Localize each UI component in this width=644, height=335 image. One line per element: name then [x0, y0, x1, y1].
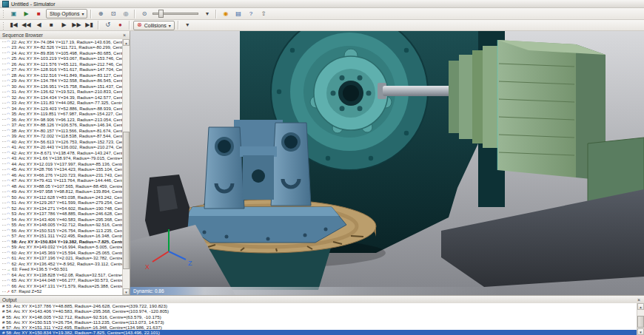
sequence-item[interactable]: ◠36: Arc XY X=-98.906 Y=96.123, Radius=-…: [0, 117, 122, 123]
fit-view-button[interactable]: ◎: [120, 9, 131, 18]
sequence-item-text: 64: Arc XY X=138.828 Y=62.08, Radius=32.…: [11, 273, 123, 277]
sequence-item[interactable]: ◠26: Arc XY X=-121.576 Y=65.121, Radius=…: [0, 61, 122, 67]
sequence-item[interactable]: ◠28: Arc XY X=-132.516 Y=41.849, Radius=…: [0, 72, 122, 78]
zoom-window-button[interactable]: ⊡: [107, 9, 118, 18]
sequence-item[interactable]: ◠58: Arc XY X=150.834 Y=19.382, Radius=-…: [0, 239, 122, 245]
sequence-item[interactable]: ◠30: Arc XY X=-136.951 Y=15.758, Radius=…: [0, 84, 122, 89]
scroll-up-icon[interactable]: ▲: [637, 303, 644, 310]
save-image-button[interactable]: ▤: [232, 9, 244, 18]
sequence-item[interactable]: ◠25: Arc XY X=-103.219 Y=93.067, Radius=…: [0, 56, 122, 62]
step-back-button[interactable]: ◀: [33, 21, 44, 30]
sequence-item[interactable]: ◠27: Arc XY X=-128.916 Y=51.617, Radius=…: [0, 67, 122, 73]
zoom-in-button[interactable]: ⊕: [95, 9, 106, 18]
sequence-item[interactable]: ◠33: Arc XY X=-131.83 Y=44.082, Radius=-…: [0, 101, 122, 106]
sequence-item-text: 36: Arc XY X=-98.906 Y=96.123, Radius=-2…: [11, 118, 123, 122]
sequence-item[interactable]: ◠53: Arc XY X=137.786 Y=48.885, Radius=-…: [0, 212, 122, 217]
skip-to-start-button[interactable]: ▮◀: [8, 21, 19, 30]
sequence-item[interactable]: ◠32: Arc XY X=-134.434 Y=34.39, Radius=-…: [0, 95, 122, 101]
sequence-item[interactable]: ◠56: Arc XY X=150.515 Y=26.754, Radius=-…: [0, 228, 122, 234]
render-mode-button[interactable]: ◉: [220, 9, 231, 18]
stop-simulation-button[interactable]: ■: [33, 9, 44, 18]
collisions-button[interactable]: ⊗Collisions▾: [133, 21, 175, 30]
slider-menu-button[interactable]: ▾: [201, 9, 212, 18]
sequence-item[interactable]: ◠45: Arc XY X=28.766 Y=134.423, Radius=-…: [0, 167, 122, 173]
loop-button[interactable]: ↺: [102, 21, 113, 30]
output-line[interactable]: # 54: Arc XY X=143.406 Y=40.583, Radius=…: [0, 308, 637, 314]
sequence-item[interactable]: ◠37: Arc XY X=-88.126 Y=106.576, Radius=…: [0, 123, 122, 129]
sequence-item[interactable]: ◠23: Arc XY X=-82.526 Y=111.721, Radius=…: [0, 45, 122, 51]
close-icon[interactable]: ×: [636, 297, 642, 303]
close-icon[interactable]: ×: [121, 32, 127, 38]
sequence-item[interactable]: ◠50: Arc XY X=112.628 Y=83.038, Radius=-…: [0, 194, 122, 200]
sequence-item[interactable]: ◠34: Arc XY X=-129.403 Y=52.886, Radius=…: [0, 106, 122, 112]
sequence-item[interactable]: ◠39: Arc XY X=-72.002 Y=118.538, Radius=…: [0, 134, 122, 140]
scrollbar-thumb[interactable]: [637, 316, 644, 328]
output-line[interactable]: # 56: Arc XY X=150.515 Y=26.754, Radius=…: [0, 319, 637, 325]
more-options-button[interactable]: ▾: [182, 21, 193, 30]
sequence-item[interactable]: ◠48: Arc XY X=88.05 Y=107.565, Radius=-8…: [0, 183, 122, 189]
output-scrollbar[interactable]: ▲ ▼: [637, 303, 644, 335]
sequence-item[interactable]: ◠49: Arc XY X=97.958 Y=98.812, Radius=-1…: [0, 189, 122, 195]
speed-slider[interactable]: [152, 9, 198, 18]
sequence-item[interactable]: ◠51: Arc XY X=129.267 Y=61.599, Radius=-…: [0, 200, 122, 206]
stop-options-button[interactable]: Stop Options▾: [46, 9, 87, 18]
sequence-item[interactable]: ◠61: Arc XY X=137.196 Y=2.021, Radius=-3…: [0, 256, 122, 262]
sequence-item[interactable]: ◠59: Arc XY X=149.032 Y=16.994, Radius=-…: [0, 245, 122, 251]
scroll-down-icon[interactable]: ▼: [123, 288, 130, 295]
sequence-item[interactable]: ◠42: Arc XY X=-8.671 Y=138.478, Radius=-…: [0, 150, 122, 156]
sequence-item[interactable]: ◠22: Arc XY X=-74.084 Y=117.19, Radius=-…: [0, 39, 122, 45]
fast-rewind-button[interactable]: ◀◀: [21, 21, 32, 30]
sequence-item[interactable]: ◠60: Arc XY X=145.369 Y=15.594, Radius=-…: [0, 250, 122, 256]
sequence-item[interactable]: ◠64: Arc XY X=138.828 Y=62.08, Radius=32…: [0, 272, 122, 278]
output-line[interactable]: # 53: Arc XY X=137.786 Y=48.885, Radius=…: [0, 303, 637, 308]
sequence-item[interactable]: ◠55: Arc XY X=148.005 Y=32.712, Radius=-…: [0, 223, 122, 229]
sequence-item[interactable]: →63: Feed X=136.5 Y=50.501: [0, 267, 122, 273]
arc-move-icon: ◠: [7, 118, 10, 121]
sequence-item[interactable]: ◠62: Arc XY X=136.452 Y=-8.962, Radius=-…: [0, 261, 122, 267]
sequence-scrollbar[interactable]: ▲ ▼: [122, 39, 130, 295]
toolbar-separator: [129, 21, 130, 30]
machine-view-icon: ▣: [11, 11, 17, 17]
sequence-item[interactable]: ◠52: Arc XY X=134.271 Y=54.602, Radius=-…: [0, 206, 122, 212]
stop-playback-button[interactable]: ■: [46, 21, 57, 30]
slider-thumb[interactable]: [158, 10, 164, 18]
sequence-item[interactable]: ◠44: Arc XY X=12.019 Y=137.997, Radius=-…: [0, 161, 122, 167]
arc-move-icon: ◠: [7, 179, 10, 183]
sequence-item[interactable]: ◠66: Arc XY X=147.131 Y=71.579, Radius=2…: [0, 283, 122, 289]
sequence-item[interactable]: ◠54: Arc XY X=143.406 Y=40.583, Radius=-…: [0, 217, 122, 223]
sequence-item[interactable]: ◠43: Arc XY X=1.66 Y=138.974, Radius=-79…: [0, 156, 122, 162]
magnify-region-button[interactable]: ⊙: [138, 9, 150, 18]
toolbar-grip[interactable]: [2, 21, 5, 30]
sequence-item[interactable]: ◠29: Arc XY X=-134.784 Y=32.558, Radius=…: [0, 78, 122, 84]
sequence-item[interactable]: ◠47: Arc XY X=79.411 Y=113.764, Radius=-…: [0, 178, 122, 184]
skip-to-end-button[interactable]: ▶▮: [84, 21, 95, 30]
sequence-item[interactable]: ◠38: Arc XY X=-80.157 Y=113.566, Radius=…: [0, 128, 122, 134]
scroll-up-icon[interactable]: ▲: [123, 39, 130, 46]
sequence-item[interactable]: ◠35: Arc XY X=-119.851 Y=67.987, Radius=…: [0, 112, 122, 118]
machine-view-button[interactable]: ▣: [8, 9, 19, 18]
viewport-3d[interactable]: X Z Dynamic: 0.86: [130, 31, 644, 295]
output-line[interactable]: # 58: Arc XY X=150.834 Y=19.382, Radius=…: [0, 330, 637, 335]
help-button[interactable]: ?: [245, 9, 256, 18]
sequence-item[interactable]: ◠46: Arc XY X=66.276 Y=120.723, Radius=-…: [0, 172, 122, 178]
scroll-down-icon[interactable]: ▼: [637, 328, 644, 335]
toolbar-grip[interactable]: [2, 10, 5, 18]
sequence-item[interactable]: ◠40: Arc XY X=-56.613 Y=126.753, Radius=…: [0, 139, 122, 145]
record-button[interactable]: ●: [115, 21, 126, 30]
play-button[interactable]: ▶: [58, 21, 70, 30]
eject-button[interactable]: ⇧: [258, 9, 269, 18]
sequence-item[interactable]: ↗67: Rapid Z=52: [0, 289, 122, 295]
sequence-item[interactable]: ◠41: Arc XY X=-20.443 Y=136.002, Radius=…: [0, 145, 122, 151]
sequence-item[interactable]: ◠57: Arc XY X=151.311 Y=22.495, Radius=-…: [0, 234, 122, 240]
output-line[interactable]: # 57: Arc XY X=151.311 Y=22.495, Radius=…: [0, 325, 637, 330]
arc-move-icon: ◠: [7, 123, 10, 127]
arc-move-icon: ◠: [7, 184, 10, 188]
sequence-item[interactable]: ◠24: Arc XY X=-89.836 Y=105.498, Radius=…: [0, 50, 122, 56]
fast-forward-button[interactable]: ▶▶: [71, 21, 82, 30]
output-line[interactable]: # 55: Arc XY X=148.005 Y=32.712, Radius=…: [0, 314, 637, 319]
scrollbar-thumb[interactable]: [123, 132, 130, 270]
sequence-item[interactable]: ◠65: Arc XY X=144.048 Y=66.277, Radius=3…: [0, 278, 122, 284]
sequence-item[interactable]: ◠31: Arc XY X=-136.62 Y=19.521, Radius=-…: [0, 89, 122, 95]
run-simulation-button[interactable]: ▶: [21, 9, 32, 18]
output-title: Output: [2, 297, 17, 302]
